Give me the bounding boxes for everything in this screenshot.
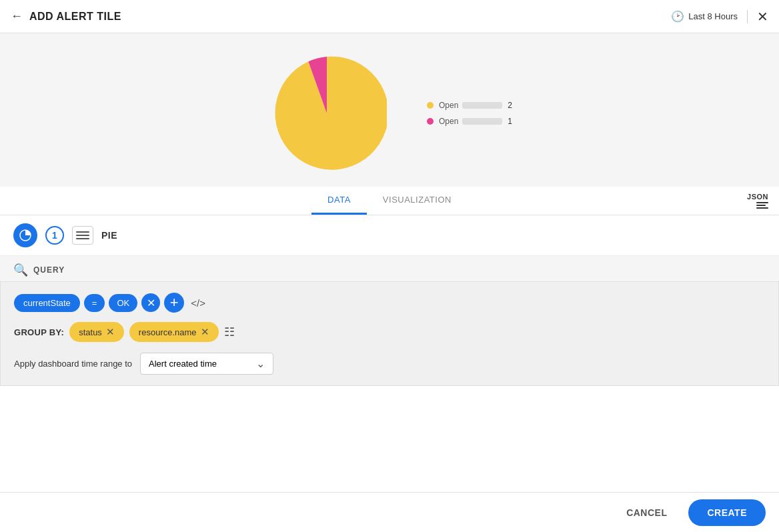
filter-code-button[interactable]: </> [188,296,208,310]
group-tag-status-remove[interactable]: ✕ [106,326,115,338]
page-title: ADD ALERT TILE [29,11,121,23]
tab-data[interactable]: DATA [311,187,367,215]
filter-add-button[interactable]: + [164,293,184,313]
json-line-2 [756,205,766,206]
select-arrow-icon: ⌄ [256,357,265,370]
chart-legend: Open 2 Open 1 [427,101,512,126]
time-range-selected-value: Alert created time [149,359,217,369]
tabs-bar: DATA VISUALIZATION JSON [0,187,779,215]
header-left: ← ADD ALERT TILE [11,9,121,23]
legend-label-1: Open [439,101,502,110]
main-content: Open 2 Open 1 DATA VISUALIZATION JSON [0,33,779,492]
list-line-2 [76,235,89,236]
time-range-display[interactable]: 🕑 Last 8 Hours [671,10,738,23]
cancel-button[interactable]: CANCEL [610,499,683,526]
group-tag-resource[interactable]: resource.name ✕ [129,322,219,342]
json-lines-icon [756,202,768,209]
group-tag-status-label: status [79,327,102,337]
chart-wrapper: Open 2 Open 1 [267,53,512,173]
legend-blur-1 [462,102,502,109]
filter-field-tag[interactable]: currentState [14,294,80,312]
list-line-1 [76,231,89,233]
query-builder: currentState = OK ✕ + </> GROUP BY: stat… [0,281,779,386]
json-line-1 [756,202,768,203]
group-tag-resource-label: resource.name [139,327,197,337]
legend-item-1: Open 2 [427,101,512,110]
legend-count-2: 1 [508,117,512,126]
list-view-button[interactable] [72,226,93,245]
query-label-bar: 🔍 QUERY [0,256,779,281]
chart-area: Open 2 Open 1 [0,33,779,187]
query-section: 🔍 QUERY currentState = OK ✕ + </> GROUP … [0,256,779,492]
app-header: ← ADD ALERT TILE 🕑 Last 8 Hours ✕ [0,0,779,33]
filter-operator-tag[interactable]: = [84,294,105,312]
legend-label-2: Open [439,117,502,126]
tab-visualization[interactable]: VISUALIZATION [367,187,468,215]
query-type-bar: 1 PIE [0,215,779,256]
time-range-label: Last 8 Hours [688,11,738,21]
query-label: QUERY [33,265,65,275]
legend-count-1: 2 [508,101,512,110]
list-line-3 [76,238,89,239]
chart-type-label: PIE [101,230,117,241]
pie-chart [267,53,387,173]
chart-icon-button[interactable] [13,223,37,247]
time-range-row: Apply dashboard time range to Alert crea… [14,353,765,375]
group-by-label: GROUP BY: [14,327,64,337]
json-label: JSON [747,193,768,201]
close-button[interactable]: ✕ [757,9,768,25]
group-by-row: GROUP BY: status ✕ resource.name ✕ ☷ [14,322,765,342]
footer: CANCEL CREATE [0,492,779,532]
back-button[interactable]: ← [11,9,23,23]
json-line-3 [756,207,768,209]
legend-blur-2 [462,118,502,125]
group-tag-resource-remove[interactable]: ✕ [201,326,209,338]
filter-remove-button[interactable]: ✕ [141,293,160,312]
group-tag-status[interactable]: status ✕ [69,322,124,342]
filter-value-tag[interactable]: OK [109,294,137,312]
json-button[interactable]: JSON [747,193,768,209]
create-button[interactable]: CREATE [688,499,766,526]
legend-dot-gold [427,102,434,109]
time-range-row-label: Apply dashboard time range to [14,359,132,369]
header-divider [747,10,748,23]
legend-dot-pink [427,118,434,125]
time-range-select[interactable]: Alert created time ⌄ [140,353,273,375]
filter-row: currentState = OK ✕ + </> [14,293,765,313]
group-by-settings-icon[interactable]: ☷ [224,325,235,339]
header-right: 🕑 Last 8 Hours ✕ [671,9,768,25]
query-icon: 🔍 [13,263,28,277]
legend-item-2: Open 1 [427,117,512,126]
clock-icon: 🕑 [671,10,684,23]
tabs-inner: DATA VISUALIZATION [11,187,768,215]
query-number-badge[interactable]: 1 [45,226,64,245]
